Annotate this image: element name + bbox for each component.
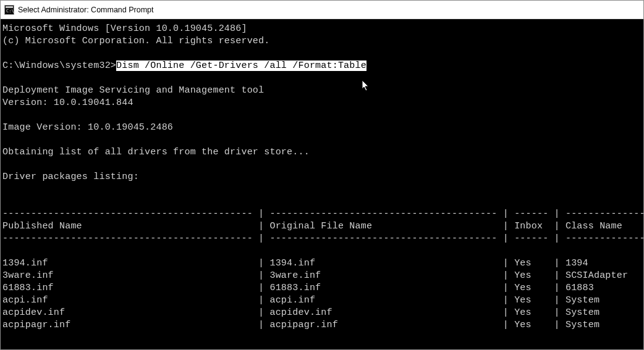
header-line2: (c) Microsoft Corporation. All rights re… [2,36,269,46]
image-version: Image Version: 10.0.19045.2486 [2,122,173,133]
tool-version: Version: 10.0.19041.844 [2,98,133,108]
table-row-row: 3ware.inf | 3ware.inf | Yes | SCSIAdapte… [2,270,643,282]
table-row: acpipagr.inf | acpipagr.inf | Yes | Syst… [2,320,643,330]
table-row: acpidev.inf | acpidev.inf | Yes | System… [2,307,643,318]
table-header: Published Name | Original File Name | In… [2,221,643,231]
header-line2-row: (c) Microsoft Corporation. All rights re… [2,35,643,48]
obtaining-line: Obtaining list of all drivers from the d… [2,147,310,157]
table-row: 61883.inf | 61883.inf | Yes | 61883 | [2,283,643,293]
listing-label: Driver packages listing: [2,172,139,182]
prompt-line: C:\Windows\system32>Dism /Online /Get-Dr… [2,60,643,72]
tool-name-row: Deployment Image Servicing and Managemen… [2,85,643,97]
table-row-row: 1394.inf | 1394.inf | Yes | 1394 | [2,257,643,270]
svg-text:C:\: C:\ [6,9,14,14]
table-row: 1394.inf | 1394.inf | Yes | 1394 | [2,258,643,269]
table-row: 3ware.inf | 3ware.inf | Yes | SCSIAdapte… [2,270,643,281]
svg-rect-1 [6,6,13,8]
table-separator-top: ----------------------------------------… [2,209,643,219]
header-line1: Microsoft Windows [Version 10.0.19045.24… [2,23,247,34]
table-separator-mid: ----------------------------------------… [2,233,643,244]
image-version-row: Image Version: 10.0.19045.2486 [2,122,643,134]
table-row-row: acpipagr.inf | acpipagr.inf | Yes | Syst… [2,319,643,331]
prompt-command: Dism /Online /Get-Drivers /all /Format:T… [116,60,366,71]
table-row: acpi.inf | acpi.inf | Yes | System | [2,295,643,306]
table-row-row: acpi.inf | acpi.inf | Yes | System | [2,294,643,307]
table-header-row: Published Name | Original File Name | In… [2,220,643,233]
table-row-row: acpidev.inf | acpidev.inf | Yes | System… [2,307,643,319]
window-title: Select Administrator: Command Prompt [18,6,154,14]
terminal-output[interactable]: Microsoft Windows [Version 10.0.19045.24… [1,19,643,349]
cmd-icon: C:\ [4,5,14,15]
table-separator-top-row: ----------------------------------------… [2,208,643,220]
table-separator-mid-row: ----------------------------------------… [2,233,643,245]
command-prompt-window: C:\ Select Administrator: Command Prompt… [0,0,644,350]
titlebar[interactable]: C:\ Select Administrator: Command Prompt [1,1,643,19]
tool-name: Deployment Image Servicing and Managemen… [2,85,264,96]
obtaining-line-row: Obtaining list of all drivers from the d… [2,146,643,159]
table-row-row: 61883.inf | 61883.inf | Yes | 61883 | [2,282,643,294]
prompt-path: C:\Windows\system32> [2,60,116,71]
header-line1-row: Microsoft Windows [Version 10.0.19045.24… [2,23,643,35]
listing-label-row: Driver packages listing: [2,171,643,183]
tool-version-row: Version: 10.0.19041.844 [2,97,643,109]
